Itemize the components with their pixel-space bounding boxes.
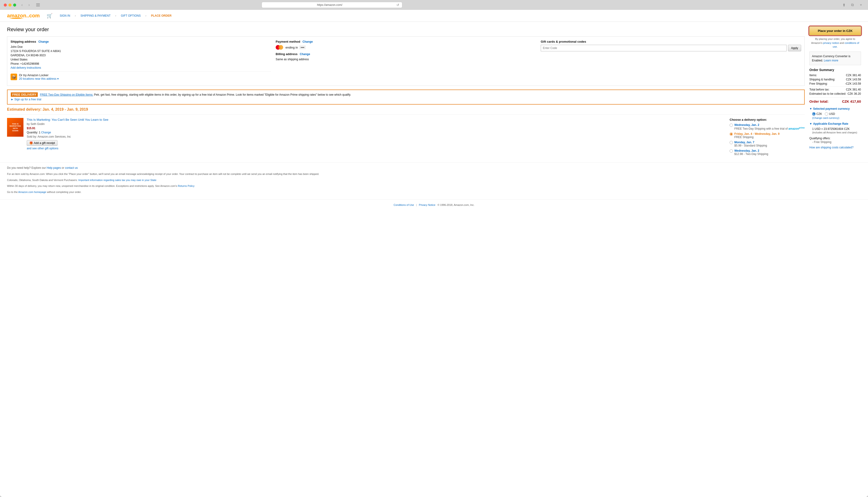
contact-us-link[interactable]: contact us — [65, 166, 78, 170]
sidebar-toggle-button[interactable] — [35, 2, 41, 8]
payment-change-link[interactable]: Change — [303, 40, 313, 43]
minimize-button[interactable] — [9, 3, 12, 6]
browser-actions: ⬆ ⧉ + — [841, 2, 864, 8]
nav-buttons: ‹ › — [19, 2, 32, 8]
toggle-arrow-exchange-icon: ▼ — [809, 122, 812, 125]
product-price: $15.91 — [27, 127, 726, 130]
close-button[interactable] — [4, 3, 7, 6]
radio-3[interactable] — [730, 141, 733, 144]
exchange-rate-toggle[interactable]: ▼ Applicable Exchange Rate — [809, 122, 861, 125]
product-sold-by: Sold by: Amazon.com Services, Inc — [27, 135, 726, 138]
product-details: This Is Marketing: You Can't Be Seen Unt… — [27, 118, 726, 158]
selected-currency-label[interactable]: Selected payment currency — [813, 107, 850, 110]
svg-rect-2 — [36, 6, 40, 6]
product-quantity: Quantity: 1 Change — [27, 131, 726, 134]
total-before-label: Total before tax: — [809, 88, 829, 91]
returns-policy-link[interactable]: Returns Policy — [178, 185, 195, 187]
radio-4[interactable] — [730, 149, 733, 153]
delivery-option-3[interactable]: Monday, Jan. 7 $5.99 - Standard Shipping — [730, 141, 805, 147]
quantity-change-link[interactable]: Change — [41, 131, 51, 134]
step-signin[interactable]: SIGN IN — [60, 14, 70, 17]
add-button[interactable]: + — [858, 2, 864, 8]
help-pages-link[interactable]: Help pages — [47, 166, 61, 170]
toggle-arrow-icon: ▼ — [809, 107, 812, 110]
back-button[interactable]: ‹ — [19, 2, 25, 8]
conditions-of-use-link[interactable]: Conditions of Use — [394, 203, 414, 206]
summary-items: Items: CZK 381.40 — [809, 74, 861, 77]
step-gift[interactable]: GIFT OPTIONS — [121, 14, 141, 17]
shipping-name: John Doe — [11, 45, 271, 49]
forward-button[interactable]: › — [26, 2, 32, 8]
sign-up-link[interactable]: Sign up for a free trial — [14, 98, 41, 101]
gift-code-input[interactable] — [541, 45, 787, 51]
help-text: Do you need help? Explore our Help pages… — [7, 166, 861, 170]
czk-option[interactable]: CZK — [812, 112, 822, 116]
payment-method-col: Payment method Change ending in •••• — [276, 40, 536, 82]
radio-2[interactable] — [730, 132, 733, 136]
apply-button[interactable]: Apply — [788, 45, 801, 51]
product-title-link[interactable]: This Is Marketing: You Can't Be Seen Unt… — [27, 118, 108, 122]
shipping-calc-link[interactable]: How are shipping costs calculated? — [809, 146, 853, 149]
url-bar[interactable]: https://amazon.com/ ↺ — [262, 2, 402, 8]
learn-more-link[interactable]: Learn more — [824, 59, 838, 62]
order-total-value: CZK 417,60 — [842, 99, 861, 103]
radio-1[interactable] — [730, 124, 733, 127]
delivery-note-4: $12.98 - Two-Day Shipping — [734, 152, 768, 156]
exchange-rate-section: ▼ Applicable Exchange Rate 1 USD = 23.97… — [809, 122, 861, 134]
privacy-notice-footer-link[interactable]: Privacy Notice — [419, 203, 435, 206]
free-shipping-value: -CZK 143.59 — [845, 82, 861, 85]
change-card-currency-link[interactable]: (Change card currency) — [812, 116, 861, 119]
notice-text: For an item sold by Amazon.com: When you… — [7, 172, 861, 176]
gift-options-link[interactable]: and see other gift options — [27, 147, 726, 150]
privacy-notice-link[interactable]: privacy notice — [823, 42, 839, 44]
mastercard-icon — [276, 45, 284, 50]
summary-total-before: Total before tax: CZK 381.40 — [809, 86, 861, 91]
czk-radio[interactable] — [812, 112, 815, 116]
delivery-option-1[interactable]: Wednesday, Jan. 2 FREE Two-Day Shipping … — [730, 123, 805, 130]
qualifying-offer: - Free Shipping — [812, 140, 861, 144]
main-content: Review your order Shipping address Chang… — [0, 22, 868, 162]
product-row: THIS IS MARKETING SETH GODIN This Is Mar… — [7, 114, 805, 158]
gift-icon: 🎁 — [29, 141, 33, 145]
est-tax-label: Estimated tax to be collected: — [809, 92, 846, 96]
gift-receipt-button[interactable]: 🎁 Add a gift receipt — [27, 140, 57, 146]
locker-locations-link[interactable]: 20 locations near this address ▾ — [19, 77, 59, 81]
exchange-rate-note: (includes all Amazon fees and charges) — [812, 131, 861, 134]
svg-rect-1 — [36, 5, 40, 5]
product-image: THIS IS MARKETING SETH GODIN — [7, 118, 24, 137]
sales-tax-link[interactable]: Important information regarding sales ta… — [78, 179, 156, 182]
homepage-text: Go to the Amazon.com homepage without co… — [7, 190, 861, 194]
step-shipping[interactable]: SHIPPING & PAYMENT — [81, 14, 111, 17]
order-summary: Order Summary Items: CZK 381.40 Shipping… — [809, 68, 861, 103]
help-section: Do you need help? Explore our Help pages… — [0, 162, 868, 199]
czk-label: CZK — [816, 112, 822, 116]
delivery-note-3: $5.99 - Standard Shipping — [734, 144, 767, 147]
return-text: Within 30 days of delivery, you may retu… — [7, 184, 861, 188]
browser-titlebar: ‹ › https://amazon.com/ ↺ ⬆ ⧉ + — [0, 0, 868, 10]
share-button[interactable]: ⬆ — [841, 2, 848, 8]
delivery-option-4[interactable]: Wednesday, Jan. 2 $12.98 - Two-Day Shipp… — [730, 149, 805, 156]
currency-section-toggle[interactable]: ▼ Selected payment currency — [809, 107, 861, 110]
shipping-change-link[interactable]: Change — [39, 40, 49, 43]
free-shipping-link[interactable]: FREE Two-Day Shipping on Eligible Items: — [40, 93, 93, 96]
payment-method-row: ending in •••• — [276, 45, 536, 50]
delivery-option-2[interactable]: Friday, Jan. 4 - Wednesday, Jan. 9 FREE … — [730, 132, 805, 139]
refresh-button[interactable]: ↺ — [396, 3, 399, 7]
add-delivery-instructions-link[interactable]: Add delivery instructions — [11, 66, 41, 69]
homepage-link[interactable]: Amazon.com homepage — [18, 190, 46, 194]
order-summary-label: Order Summary — [809, 68, 861, 72]
new-tab-button[interactable]: ⧉ — [849, 2, 856, 8]
usd-option[interactable]: USD — [825, 112, 835, 116]
qualifying-label: Qualifying offers: — [809, 137, 861, 140]
shipping-phone: Phone: +14245296998 — [11, 62, 271, 66]
billing-change-link[interactable]: Change — [300, 53, 310, 56]
amazon-header: amazon..com 🛒 SIGN IN › SHIPPING & PAYME… — [0, 10, 868, 22]
place-order-button[interactable]: Place your order in CZK — [809, 27, 861, 35]
maximize-button[interactable] — [13, 3, 16, 6]
free-shipping-desc: Petr, get fast, free shipping, starting … — [94, 93, 351, 96]
usd-radio[interactable] — [825, 112, 828, 116]
page-content: amazon..com 🛒 SIGN IN › SHIPPING & PAYME… — [0, 10, 868, 497]
exchange-rate-label[interactable]: Applicable Exchange Rate — [813, 122, 848, 125]
delivery-note-2: FREE Shipping — [734, 136, 780, 139]
exchange-rate-value: 1 USD = 23.9725061604 CZK — [812, 127, 861, 131]
